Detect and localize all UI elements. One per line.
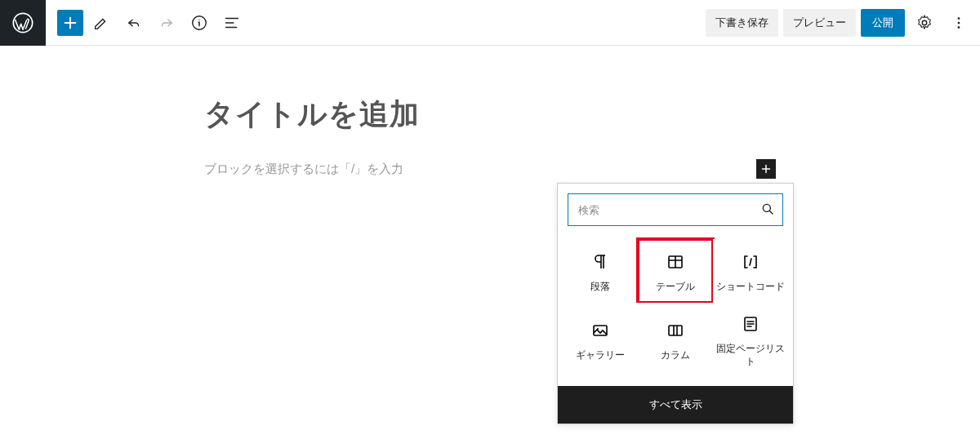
wordpress-logo[interactable]: [0, 0, 46, 46]
options-button[interactable]: [944, 8, 973, 38]
inline-inserter-button[interactable]: [756, 159, 776, 179]
svg-point-3: [958, 17, 960, 20]
block-item-shortcode[interactable]: ショートコード: [713, 239, 788, 303]
details-button[interactable]: [185, 8, 214, 38]
block-item-label: テーブル: [656, 280, 695, 293]
plus-icon: [759, 162, 773, 176]
gear-icon: [915, 14, 933, 32]
page-list-icon: [741, 314, 760, 334]
wordpress-icon: [11, 11, 34, 34]
content-placeholder[interactable]: ブロックを選択するには「/」を入力: [204, 162, 403, 177]
inserter-browse-all[interactable]: すべて表示: [558, 386, 793, 424]
block-item-table[interactable]: テーブル: [638, 239, 713, 303]
block-item-paragraph[interactable]: 段落: [563, 239, 638, 303]
content-row: ブロックを選択するには「/」を入力: [204, 159, 776, 179]
block-item-label: カラム: [661, 348, 690, 362]
block-item-gallery[interactable]: ギャラリー: [563, 303, 638, 376]
add-block-button[interactable]: [57, 10, 83, 36]
pencil-icon: [92, 14, 110, 32]
kebab-icon: [950, 14, 968, 32]
svg-rect-10: [669, 326, 682, 335]
edit-mode-button[interactable]: [87, 8, 116, 38]
block-grid: 段落 テーブル ショートコード ギャラリー カラム 固定ページリスト: [558, 236, 793, 386]
settings-button[interactable]: [910, 8, 939, 38]
block-item-label: 段落: [590, 280, 610, 293]
paragraph-icon: [590, 252, 610, 272]
toolbar-right: 下書き保存 プレビュー 公開: [706, 8, 973, 38]
svg-point-4: [958, 21, 960, 24]
top-toolbar: 下書き保存 プレビュー 公開: [0, 0, 980, 46]
block-item-label: ショートコード: [716, 280, 785, 293]
undo-icon: [125, 14, 143, 32]
editor-canvas: タイトルを追加 ブロックを選択するには「/」を入力: [0, 46, 980, 179]
publish-button[interactable]: 公開: [861, 9, 905, 37]
title-area: タイトルを追加 ブロックを選択するには「/」を入力: [196, 95, 784, 179]
undo-button[interactable]: [119, 8, 149, 38]
redo-icon: [158, 14, 176, 32]
table-icon: [666, 252, 685, 272]
block-inserter-popover: 段落 テーブル ショートコード ギャラリー カラム 固定ページリスト すべて表示: [557, 183, 794, 424]
block-item-columns[interactable]: カラム: [638, 303, 713, 376]
inserter-search-wrap: [558, 184, 793, 236]
list-view-icon: [223, 14, 241, 32]
block-item-page-list[interactable]: 固定ページリスト: [713, 303, 788, 376]
search-icon: [760, 202, 775, 220]
outline-button[interactable]: [217, 8, 247, 38]
block-item-label: 固定ページリスト: [716, 342, 785, 368]
plus-icon: [61, 14, 79, 32]
post-title-input[interactable]: タイトルを追加: [204, 95, 776, 135]
info-icon: [190, 14, 208, 32]
gallery-icon: [590, 321, 610, 340]
redo-button[interactable]: [152, 8, 181, 38]
svg-point-2: [922, 20, 927, 25]
shortcode-icon: [741, 252, 760, 272]
save-draft-button[interactable]: 下書き保存: [706, 9, 778, 37]
inserter-search-input[interactable]: [568, 193, 783, 226]
columns-icon: [666, 321, 685, 340]
preview-button[interactable]: プレビュー: [783, 9, 856, 37]
toolbar-left: [7, 0, 247, 46]
svg-point-5: [958, 26, 960, 29]
svg-point-9: [597, 328, 599, 330]
block-item-label: ギャラリー: [576, 348, 625, 362]
